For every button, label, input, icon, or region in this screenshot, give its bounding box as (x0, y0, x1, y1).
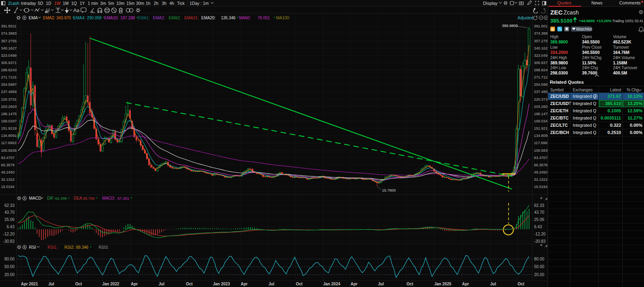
svg-text:30m: 30m (136, 1, 144, 6)
svg-text:Oct: Oct (75, 282, 82, 286)
svg-text:Watchlist: Watchlist (576, 27, 592, 31)
svg-text:Oct: Oct (518, 282, 524, 286)
svg-text:EMA20:: EMA20: (201, 16, 216, 20)
svg-text:Integrated Q: Integrated Q (573, 116, 596, 120)
svg-text:1Y: 1Y (80, 1, 85, 6)
svg-text:RSI3:: RSI3: (99, 245, 109, 250)
svg-text:389.9800: 389.9800 (502, 23, 518, 28)
svg-text:1 min: 1 min (88, 1, 98, 6)
svg-text:169.0347: 169.0347 (534, 119, 550, 123)
svg-text:220.3731: 220.3731 (1, 97, 17, 101)
svg-text:237.4859: 237.4859 (1, 90, 17, 94)
svg-text:237.4859: 237.4859 (534, 90, 550, 94)
svg-text:117.6963: 117.6963 (534, 141, 549, 145)
svg-text:39.7600: 39.7600 (582, 70, 597, 75)
svg-text:343.970: 343.970 (56, 16, 71, 20)
svg-text:391.5011: 391.5011 (534, 24, 549, 28)
svg-text:Jan 2024: Jan 2024 (323, 282, 341, 286)
svg-text:EMA10:: EMA10: (104, 16, 119, 20)
svg-text:452.523K: 452.523K (613, 39, 632, 44)
svg-text:374.3883: 374.3883 (1, 31, 17, 35)
svg-text:203.2603: 203.2603 (1, 105, 17, 109)
svg-text:Intraday: Intraday (21, 1, 36, 6)
svg-text:Adjusted: Adjusted (518, 16, 533, 20)
svg-text:62.33: 62.33 (534, 203, 544, 208)
svg-text:385.5100: 385.5100 (550, 18, 572, 24)
svg-text:10.13%: 10.13% (627, 94, 643, 99)
svg-text:1M: 1M (63, 1, 68, 6)
svg-text:62.33: 62.33 (4, 203, 14, 208)
svg-text:Symbol: Symbol (550, 88, 564, 92)
svg-text:Low: Low (550, 45, 558, 50)
svg-text:Tick: Tick (177, 1, 185, 6)
svg-text:12.59%: 12.59% (627, 108, 643, 113)
svg-text:371.67: 371.67 (607, 94, 621, 99)
svg-text:Integrated Q: Integrated Q (573, 101, 596, 106)
svg-text:-30.83: -30.83 (3, 239, 15, 244)
svg-text:1h: 1h (146, 1, 151, 6)
svg-text:RSI2:: RSI2: (64, 245, 74, 250)
svg-text:Trading 10/31 02:41 E: Trading 10/31 02:41 E (612, 19, 644, 23)
svg-text:25.06: 25.06 (534, 217, 544, 222)
svg-text:254.5987: 254.5987 (1, 83, 17, 87)
svg-text:0.0035111: 0.0035111 (601, 116, 621, 120)
svg-text:62.408: 62.408 (55, 196, 67, 200)
svg-text:43.70: 43.70 (534, 210, 544, 215)
svg-text:357.2755: 357.2755 (1, 39, 17, 43)
svg-text:MACD: MACD (29, 196, 41, 200)
svg-text:24H Turnover: 24H Turnover (613, 66, 638, 70)
svg-text:220.3731: 220.3731 (534, 97, 550, 101)
svg-text:197.338: 197.338 (120, 16, 135, 20)
svg-text:MA100:: MA100: (276, 16, 290, 20)
svg-text:43.70: 43.70 (4, 210, 14, 215)
svg-text:Open: Open (582, 35, 592, 39)
svg-text:RSI: RSI (29, 245, 36, 250)
svg-text:Integrated Q: Integrated Q (573, 108, 596, 113)
svg-text:EMA2:: EMA2: (43, 16, 55, 20)
svg-text:20.00: 20.00 (534, 273, 544, 277)
svg-text:25.06: 25.06 (4, 217, 14, 222)
svg-text:EMA2:: EMA2: (169, 16, 181, 20)
svg-text:374.3883: 374.3883 (534, 31, 550, 35)
svg-text:254.5987: 254.5987 (534, 83, 550, 87)
svg-text:-30.83: -30.83 (534, 239, 546, 244)
svg-text:DIF:: DIF: (47, 196, 55, 200)
svg-text:186.1475: 186.1475 (534, 112, 550, 116)
svg-text:4h: 4h (169, 1, 174, 6)
svg-text:Exchanges: Exchanges (573, 88, 592, 92)
svg-text:MACD:: MACD: (102, 196, 115, 200)
svg-text:80.00: 80.00 (534, 257, 544, 261)
svg-text:100.5835: 100.5835 (534, 149, 550, 153)
svg-text:ZEC/USD: ZEC/USD (550, 94, 569, 99)
svg-text:50.00: 50.00 (534, 264, 544, 269)
svg-text:Jul: Jul (48, 282, 54, 286)
svg-text:ZEC/BCH: ZEC/BCH (550, 130, 569, 135)
svg-text:298.0300: 298.0300 (550, 70, 568, 75)
svg-text:+13.20%: +13.20% (597, 19, 612, 23)
svg-text:32.1322: 32.1322 (534, 178, 548, 182)
svg-text:EMA: EMA (29, 15, 38, 20)
svg-text:1.158M: 1.158M (613, 60, 627, 65)
svg-text:15m: 15m (126, 1, 134, 6)
svg-text:Integrated Q: Integrated Q (573, 94, 596, 99)
svg-text:49.2450: 49.2450 (1, 170, 15, 174)
svg-text:288.8243: 288.8243 (1, 68, 17, 72)
svg-text:ZEC/ETH: ZEC/ETH (550, 108, 568, 113)
svg-text:ZEC/LTC: ZEC/LTC (550, 123, 568, 128)
svg-text:271.7115: 271.7115 (534, 75, 549, 79)
svg-text:Oct: Oct (296, 282, 303, 286)
svg-text:0.00%: 0.00% (630, 123, 642, 128)
svg-text:203.2603: 203.2603 (534, 105, 550, 109)
svg-text:1D: 1D (46, 1, 51, 6)
svg-text:EMA1:: EMA1: (138, 16, 150, 20)
svg-text:151.9219: 151.9219 (534, 126, 550, 130)
svg-text:6.43: 6.43 (534, 225, 542, 229)
svg-text:83.4707: 83.4707 (534, 156, 548, 160)
svg-text:134.8091: 134.8091 (1, 134, 17, 138)
svg-text:28.768: 28.768 (83, 196, 95, 200)
svg-text:385.510: 385.510 (605, 101, 621, 106)
svg-text:2h: 2h (154, 1, 159, 6)
svg-text:Quotes: Quotes (557, 0, 572, 5)
svg-text:83.4707: 83.4707 (1, 156, 15, 160)
svg-text:305.9371: 305.9371 (1, 61, 17, 65)
